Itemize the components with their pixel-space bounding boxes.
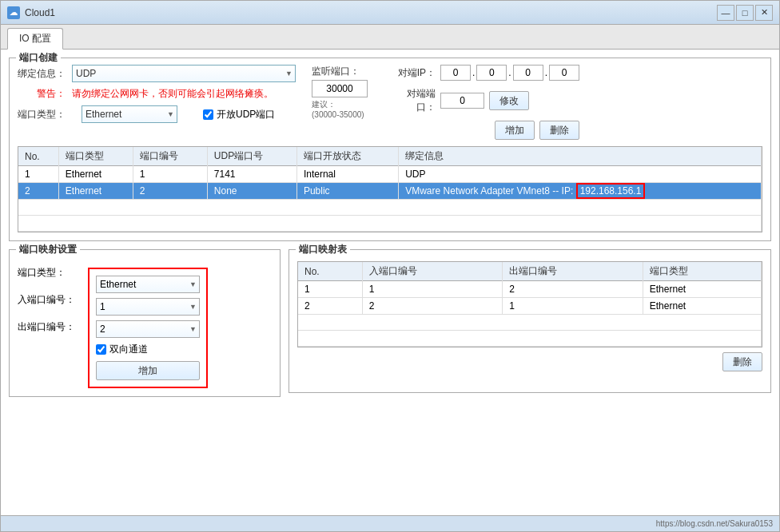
ip-port-section: 对端IP： . . . 对端端口： 修改 [392, 65, 579, 140]
top-form-area: 绑定信息： UDP TCP VMnet 警告： 请勿绑定公网网卡，否则可能会引 [18, 65, 762, 140]
col-status: 端口开放状态 [296, 147, 398, 166]
mapping-table-container: No. 入端口编号 出端口编号 端口类型 1 1 2 [297, 261, 762, 347]
mcell-no: 1 [298, 281, 362, 298]
mapping-form: Ethernet Serial 1 2 3 [88, 268, 208, 388]
table-row-empty [298, 315, 762, 331]
cell-status: Public [296, 183, 398, 200]
peer-ip-label: 对端IP： [392, 66, 436, 80]
mapping-table: No. 入端口编号 出端口编号 端口类型 1 1 2 [298, 262, 762, 347]
peer-port-input[interactable] [440, 93, 484, 109]
ip-input-2[interactable] [476, 65, 507, 81]
binding-row: 绑定信息： UDP TCP VMnet [18, 65, 296, 82]
monitor-port-label: 监听端口： [312, 65, 368, 78]
title-bar: ☁ Cloud1 — □ ✕ [1, 1, 779, 25]
close-button[interactable]: ✕ [755, 5, 773, 21]
cell-status: Internal [296, 166, 398, 183]
mcol-type: 端口类型 [643, 262, 761, 281]
peer-port-label: 对端端口： [392, 87, 436, 114]
cell-udp: 7141 [207, 166, 296, 183]
table-row[interactable]: 2 Ethernet 2 None Public VMware Network … [18, 183, 762, 200]
footer-bar: https://blog.csdn.net/Sakura0153 [1, 515, 779, 531]
mcell-type: Ethernet [643, 298, 761, 315]
port-mapping-labels: 端口类型： 入端口编号： 出端口编号： [18, 261, 75, 388]
cell-type: Ethernet [58, 183, 133, 200]
port-type-select[interactable]: Ethernet Serial [82, 105, 177, 123]
delete-port-button[interactable]: 删除 [539, 121, 579, 140]
bottom-section: 端口映射设置 端口类型： 入端口编号： 出端口编号： [9, 249, 771, 405]
warning-label: 警告： [18, 87, 66, 101]
mapping-table-title: 端口映射表 [296, 243, 350, 256]
right-form: 监听端口： 建议： (30000-35000) [312, 65, 762, 140]
col-udp: UDP端口号 [207, 147, 296, 166]
warning-row: 警告： 请勿绑定公网网卡，否则可能会引起网络瘫痪。 [18, 87, 296, 101]
tab-io-config[interactable]: IO 配置 [7, 28, 63, 50]
pm-type-label-row: 端口类型： [18, 261, 75, 284]
binding-label: 绑定信息： [18, 67, 66, 81]
mapping-delete-button[interactable]: 删除 [722, 352, 762, 371]
mapping-header-row: No. 入端口编号 出端口编号 端口类型 [298, 262, 762, 281]
pm-type-select-wrapper: Ethernet Serial [96, 276, 200, 293]
mcell-in: 1 [362, 281, 503, 298]
bidirectional-checkbox[interactable] [96, 344, 106, 355]
cell-udp: None [207, 183, 296, 200]
pm-in-port-label: 入端口编号： [18, 293, 75, 307]
left-form: 绑定信息： UDP TCP VMnet 警告： 请勿绑定公网网卡，否则可能会引 [18, 65, 296, 140]
cell-binding: UDP [399, 166, 762, 183]
table-row[interactable]: 1 Ethernet 1 7141 Internal UDP [18, 166, 762, 183]
app-icon: ☁ [7, 6, 20, 19]
maximize-button[interactable]: □ [736, 5, 754, 21]
port-mapping-layout: 端口类型： 入端口编号： 出端口编号： [18, 261, 272, 388]
port-table-container: No. 端口类型 端口编号 UDP端口号 端口开放状态 绑定信息 1 Ether… [18, 146, 762, 232]
port-creation-title: 端口创建 [16, 51, 61, 65]
ip-input-4[interactable] [549, 65, 579, 81]
pm-in-label-row: 入端口编号： [18, 288, 75, 311]
mcell-no: 2 [298, 298, 362, 315]
open-udp-checkbox[interactable] [203, 109, 213, 120]
mapping-add-button[interactable]: 增加 [96, 361, 200, 380]
port-type-row: 端口类型： Ethernet Serial 开放UDP端口 [18, 105, 296, 123]
port-type-select-wrapper: Ethernet Serial [82, 105, 177, 123]
add-port-button[interactable]: 增加 [495, 121, 535, 140]
mcol-out: 出端口编号 [503, 262, 643, 281]
mcol-no: No. [298, 262, 362, 281]
main-content: 端口创建 绑定信息： UDP TCP VMnet [1, 50, 779, 515]
port-type-label: 端口类型： [18, 108, 66, 121]
pm-in-port-select[interactable]: 1 2 3 [96, 298, 200, 316]
cell-no: 1 [18, 166, 58, 183]
pm-in-select-wrapper: 1 2 3 [96, 298, 200, 316]
bidirectional-label[interactable]: 双向通道 [96, 343, 200, 356]
table-row[interactable]: 2 2 1 Ethernet [298, 298, 762, 315]
pm-out-port-label: 出端口编号： [18, 320, 75, 334]
ip-input-1[interactable] [440, 65, 471, 81]
monitor-section: 监听端口： 建议： (30000-35000) [312, 65, 368, 140]
main-window: ☁ Cloud1 — □ ✕ IO 配置 端口创建 绑定信息： [0, 0, 780, 532]
modify-button[interactable]: 修改 [489, 91, 529, 110]
title-buttons: — □ ✕ [717, 5, 773, 21]
port-mapping-group: 端口映射设置 端口类型： 入端口编号： 出端口编号： [9, 249, 281, 397]
col-port-no: 端口编号 [133, 147, 207, 166]
ip-input-3[interactable] [513, 65, 543, 81]
col-binding: 绑定信息 [399, 147, 762, 166]
mcell-in: 2 [362, 298, 503, 315]
pm-type-select[interactable]: Ethernet Serial [96, 276, 200, 293]
table-row-empty-2 [18, 216, 762, 232]
monitor-port-input[interactable] [312, 80, 368, 97]
pm-port-type-label: 端口类型： [18, 266, 66, 280]
cell-binding: VMware Network Adapter VMnet8 -- IP: 192… [399, 183, 762, 200]
mcell-out: 2 [503, 281, 643, 298]
port-mapping-settings: 端口映射设置 端口类型： 入端口编号： 出端口编号： [9, 249, 281, 405]
mcell-out: 1 [503, 298, 643, 315]
binding-select[interactable]: UDP TCP VMnet [72, 65, 296, 82]
cell-type: Ethernet [58, 166, 133, 183]
mapping-table-group: 端口映射表 No. 入端口编号 出端口编号 端口类型 [289, 249, 771, 393]
minimize-button[interactable]: — [717, 5, 734, 21]
col-type: 端口类型 [58, 147, 133, 166]
open-udp-checkbox-label[interactable]: 开放UDP端口 [203, 108, 275, 121]
title-bar-left: ☁ Cloud1 [7, 6, 55, 19]
monitor-port-group: 监听端口： 建议： (30000-35000) [312, 65, 368, 119]
pm-out-port-select[interactable]: 1 2 3 [96, 320, 200, 338]
table-row[interactable]: 1 1 2 Ethernet [298, 281, 762, 298]
footer-url: https://blog.csdn.net/Sakura0153 [656, 519, 773, 528]
pm-out-select-wrapper: 1 2 3 [96, 320, 200, 338]
add-delete-row: 增加 删除 [392, 121, 579, 140]
